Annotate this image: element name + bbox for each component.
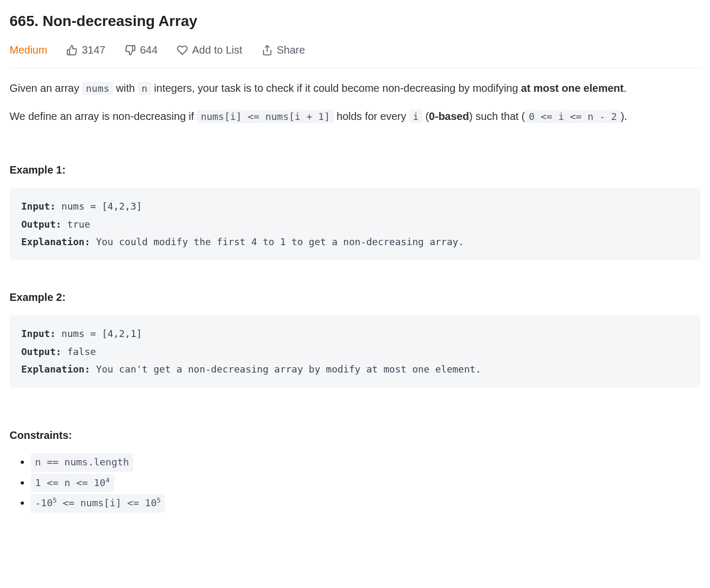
thumbs-down-icon bbox=[125, 45, 136, 56]
description-paragraph: Given an array nums with n integers, you… bbox=[10, 80, 700, 97]
constraints-heading: Constraints: bbox=[10, 427, 700, 444]
constraint-item: -105 <= nums[i] <= 105 bbox=[31, 494, 700, 513]
constraint-item: 1 <= n <= 104 bbox=[31, 474, 700, 492]
constraint-item: n == nums.length bbox=[31, 453, 700, 472]
example-heading: Example 2: bbox=[10, 289, 700, 306]
inline-code: nums[i] <= nums[i + 1] bbox=[197, 110, 334, 123]
thumbs-up-icon bbox=[66, 45, 77, 56]
difficulty-label: Medium bbox=[10, 42, 47, 58]
heart-icon bbox=[177, 45, 188, 56]
inline-code: i bbox=[409, 110, 422, 123]
problem-description: Given an array nums with n integers, you… bbox=[10, 80, 700, 125]
dislike-count: 644 bbox=[140, 42, 158, 58]
like-button[interactable]: 3147 bbox=[66, 42, 106, 58]
add-to-list-button[interactable]: Add to List bbox=[177, 42, 243, 58]
inline-code: nums bbox=[82, 82, 113, 95]
example-block: Input: nums = [4,2,1] Output: false Expl… bbox=[10, 315, 700, 387]
share-button[interactable]: Share bbox=[262, 42, 305, 58]
description-paragraph: We define an array is non-decreasing if … bbox=[10, 108, 700, 125]
add-to-list-label: Add to List bbox=[192, 42, 243, 58]
example-block: Input: nums = [4,2,3] Output: true Expla… bbox=[10, 188, 700, 260]
problem-title: 665. Non-decreasing Array bbox=[10, 10, 700, 32]
inline-code: 0 <= i <= n - 2 bbox=[525, 110, 621, 123]
like-count: 3147 bbox=[82, 42, 106, 58]
example-heading: Example 1: bbox=[10, 162, 700, 178]
meta-row: Medium 3147 644 Add to List Share bbox=[10, 42, 700, 68]
inline-code: n bbox=[138, 82, 151, 95]
dislike-button[interactable]: 644 bbox=[125, 42, 158, 58]
constraints-list: n == nums.length 1 <= n <= 104 -105 <= n… bbox=[10, 453, 700, 513]
share-icon bbox=[262, 45, 273, 56]
share-label: Share bbox=[277, 42, 305, 58]
